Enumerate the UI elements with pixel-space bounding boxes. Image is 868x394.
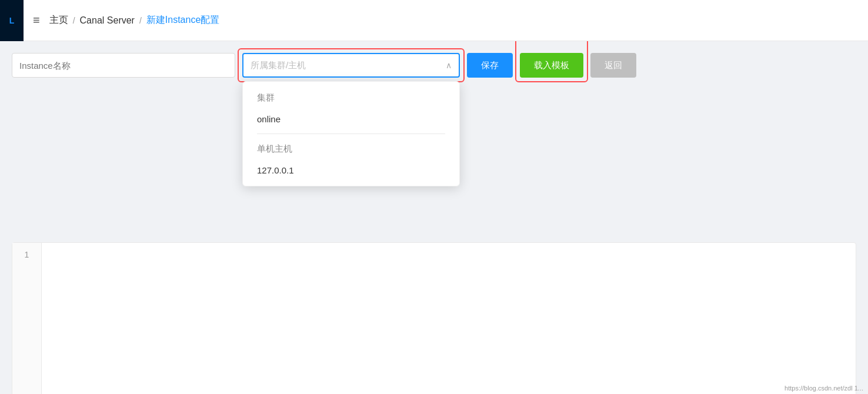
dropdown-item-online[interactable]: online — [243, 108, 459, 130]
line-numbers: 1 — [12, 243, 42, 394]
sidebar-logo: L — [0, 0, 24, 41]
main-content: 所属集群/主机 ∧ 集群 online 单机主机 127.0.0.1 保存 载入… — [0, 41, 868, 394]
breadcrumb-canal-server[interactable]: Canal Server — [80, 15, 135, 26]
breadcrumb: 主页 / Canal Server / 新建Instance配置 — [49, 14, 220, 26]
load-template-button[interactable]: 载入模板 — [520, 53, 583, 78]
load-template-wrapper: 载入模板 — [520, 53, 583, 78]
cluster-select[interactable]: 所属集群/主机 ∧ — [242, 53, 460, 78]
line-number-1: 1 — [12, 248, 41, 262]
breadcrumb-home[interactable]: 主页 — [49, 14, 68, 26]
cluster-select-placeholder: 所属集群/主机 — [251, 60, 306, 71]
save-button[interactable]: 保存 — [467, 53, 513, 78]
btn-group: 保存 载入模板 返回 — [467, 53, 636, 78]
logo-text: L — [9, 16, 15, 25]
dropdown-group1-label: 集群 — [243, 86, 459, 108]
breadcrumb-sep-1: / — [73, 16, 75, 25]
form-row: 所属集群/主机 ∧ 集群 online 单机主机 127.0.0.1 保存 载入… — [12, 53, 856, 78]
breadcrumb-sep-2: / — [139, 16, 142, 25]
editor-body[interactable] — [42, 243, 856, 394]
cluster-select-container: 所属集群/主机 ∧ 集群 online 单机主机 127.0.0.1 — [242, 53, 460, 78]
dropdown-divider — [257, 133, 445, 134]
dropdown-menu: 集群 online 单机主机 127.0.0.1 — [242, 81, 460, 186]
menu-icon[interactable]: ≡ — [33, 14, 40, 27]
url-bar: https://blog.csdn.net/zdl 1... — [784, 385, 863, 392]
dropdown-group2-label: 单机主机 — [243, 138, 459, 159]
back-button[interactable]: 返回 — [590, 53, 636, 78]
dropdown-item-127001[interactable]: 127.0.0.1 — [243, 159, 459, 181]
editor-area: 1 — [12, 242, 856, 394]
header: L ≡ 主页 / Canal Server / 新建Instance配置 — [0, 0, 868, 41]
chevron-up-icon: ∧ — [446, 61, 452, 70]
breadcrumb-current: 新建Instance配置 — [146, 14, 219, 26]
instance-name-input[interactable] — [12, 53, 235, 78]
